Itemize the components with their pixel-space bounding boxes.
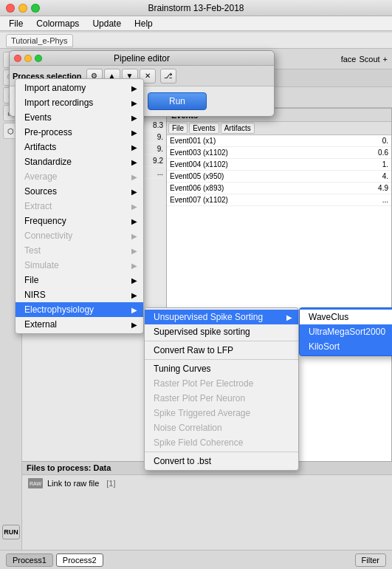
sm-raster-electrode: Raster Plot Per Electrode bbox=[145, 376, 298, 391]
cm-arrow-icon: ▶ bbox=[131, 217, 137, 225]
titlebar: Brainstorm 13-Feb-2018 bbox=[0, 0, 392, 16]
cm-connectivity: Connectivity ▶ bbox=[16, 228, 143, 243]
main-window: Tutorial_e-Phys ↖ 🔍 ✋ ▭ ⬡ RUN ⟳ face Sco… bbox=[0, 33, 392, 569]
cm-arrow-icon: ▶ bbox=[131, 173, 137, 181]
sm2-kilosort[interactable]: KiloSort bbox=[300, 339, 392, 354]
cm-external[interactable]: External ▶ bbox=[16, 317, 143, 332]
sm-tuning-curves[interactable]: Tuning Curves bbox=[145, 361, 298, 376]
cm-arrow-icon: ▶ bbox=[131, 84, 137, 92]
cm-arrow-icon: ▶ bbox=[131, 129, 137, 137]
cm-arrow-icon: ▶ bbox=[131, 291, 137, 299]
cm-arrow-icon: ▶ bbox=[131, 276, 137, 284]
cm-arrow-icon: ▶ bbox=[131, 321, 137, 329]
sm-noise-correlation: Noise Correlation bbox=[145, 420, 298, 435]
pe-close-button[interactable] bbox=[14, 55, 21, 62]
cm-file[interactable]: File ▶ bbox=[16, 273, 143, 287]
spike-sorting-submenu: WaveClus UltraMegaSort2000 KiloSort bbox=[299, 307, 392, 356]
divider bbox=[145, 359, 298, 360]
sm2-waveclus[interactable]: WaveClus bbox=[300, 310, 392, 324]
cm-standardize[interactable]: Standardize ▶ bbox=[16, 154, 143, 169]
cm-arrow-icon: ▶ bbox=[131, 99, 137, 107]
pe-maximize-button[interactable] bbox=[35, 55, 42, 62]
divider bbox=[145, 341, 298, 341]
cm-nirs[interactable]: NIRS ▶ bbox=[16, 287, 143, 302]
menubar: File Colormaps Update Help bbox=[0, 16, 392, 31]
menu-help[interactable]: Help bbox=[128, 17, 159, 30]
divider bbox=[145, 452, 298, 452]
cm-arrow-icon: ▶ bbox=[131, 247, 137, 255]
cm-pre-process[interactable]: Pre-process ▶ bbox=[16, 125, 143, 140]
app-title: Brainstorm 13-Feb-2018 bbox=[148, 3, 244, 13]
pe-minimize-button[interactable] bbox=[24, 55, 32, 62]
cm-arrow-icon: ▶ bbox=[131, 232, 137, 240]
cm-arrow-icon: ▶ bbox=[131, 262, 137, 270]
close-button[interactable] bbox=[6, 4, 15, 13]
cm-arrow-icon: ▶ bbox=[131, 143, 137, 151]
cm-arrow-icon: ▶ bbox=[131, 158, 137, 166]
sm2-ultramegasort[interactable]: UltraMegaSort2000 bbox=[300, 324, 392, 339]
pe-titlebar-buttons bbox=[14, 55, 42, 62]
cm-extract: Extract ▶ bbox=[16, 199, 143, 214]
cm-electrophysiology[interactable]: Electrophysiology ▶ bbox=[16, 302, 143, 317]
run-pipeline-button[interactable]: Run bbox=[148, 92, 207, 110]
cm-events[interactable]: Events ▶ bbox=[16, 110, 143, 125]
ps-branch-btn[interactable]: ⎇ bbox=[160, 69, 176, 84]
cm-arrow-icon: ▶ bbox=[131, 306, 137, 314]
maximize-button[interactable] bbox=[31, 4, 40, 13]
sm-convert-bst[interactable]: Convert to .bst bbox=[145, 454, 298, 469]
sm-supervised-spike[interactable]: Supervised spike sorting bbox=[145, 324, 298, 339]
sm-spike-triggered: Spike Triggered Average bbox=[145, 406, 298, 420]
cm-arrow-icon: ▶ bbox=[131, 202, 137, 211]
cm-test: Test ▶ bbox=[16, 243, 143, 258]
cm-import-anatomy[interactable]: Import anatomy ▶ bbox=[16, 81, 143, 95]
cm-simulate: Simulate ▶ bbox=[16, 258, 143, 273]
sm-spike-field: Spike Field Coherence bbox=[145, 435, 298, 450]
cm-artifacts[interactable]: Artifacts ▶ bbox=[16, 140, 143, 154]
electrophysiology-submenu: Unsupervised Spike Sorting ▶ Supervised … bbox=[144, 307, 299, 471]
menu-container: Import anatomy ▶ Import recordings ▶ Eve… bbox=[15, 78, 144, 334]
cm-frequency[interactable]: Frequency ▶ bbox=[16, 214, 143, 228]
cm-arrow-icon: ▶ bbox=[131, 114, 137, 122]
cm-import-recordings[interactable]: Import recordings ▶ bbox=[16, 95, 143, 110]
pe-title: Pipeline editor bbox=[114, 53, 170, 64]
main-context-menu: Import anatomy ▶ Import recordings ▶ Eve… bbox=[15, 78, 144, 334]
sm-convert-lfp[interactable]: Convert Raw to LFP bbox=[145, 343, 298, 358]
menu-file[interactable]: File bbox=[3, 17, 29, 30]
pe-titlebar: Pipeline editor bbox=[10, 51, 274, 66]
minimize-button[interactable] bbox=[18, 4, 27, 13]
menu-update[interactable]: Update bbox=[86, 17, 127, 30]
cm-average: Average ▶ bbox=[16, 169, 143, 184]
cm-arrow-icon: ▶ bbox=[286, 313, 292, 321]
menu-colormaps[interactable]: Colormaps bbox=[30, 17, 85, 30]
cm-arrow-icon: ▶ bbox=[131, 188, 137, 196]
titlebar-buttons bbox=[6, 4, 40, 13]
sm-unsupervised-spike[interactable]: Unsupervised Spike Sorting ▶ bbox=[145, 310, 298, 324]
sm-raster-neuron: Raster Plot Per Neuron bbox=[145, 391, 298, 406]
cm-sources[interactable]: Sources ▶ bbox=[16, 184, 143, 199]
